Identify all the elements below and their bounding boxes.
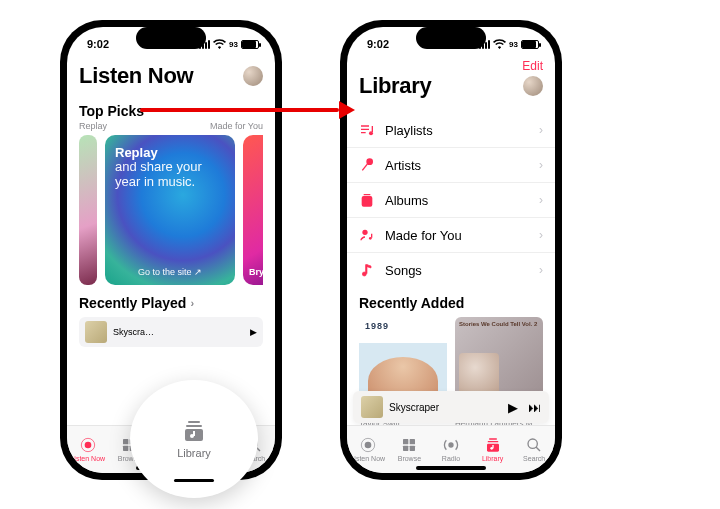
mini-player[interactable]: Skyscraper ▶ ⏭: [353, 391, 549, 423]
recently-played-item[interactable]: Skyscra… ▶: [79, 317, 263, 347]
tab-listen-now[interactable]: Listen Now: [67, 426, 109, 473]
edit-button[interactable]: Edit: [522, 59, 543, 73]
svg-rect-31: [410, 439, 415, 444]
chevron-right-icon: ›: [539, 158, 543, 172]
status-time: 9:02: [367, 38, 389, 50]
profile-avatar[interactable]: [523, 76, 543, 96]
mini-player-art: [361, 396, 383, 418]
svg-rect-39: [492, 445, 493, 448]
library-item-made-for-you[interactable]: Made for You ›: [347, 218, 555, 253]
wifi-icon: [213, 39, 226, 49]
phone-right: 9:02 93 Edit Library Playlists ›: [340, 20, 562, 480]
replay-card-body: and share your year in music.: [115, 160, 225, 190]
home-indicator[interactable]: [416, 466, 486, 470]
svg-line-41: [536, 447, 540, 451]
albums-icon: [359, 192, 375, 208]
notch: [416, 27, 486, 49]
battery-icon: [521, 40, 539, 49]
svg-point-23: [363, 230, 367, 234]
svg-rect-33: [410, 446, 415, 451]
svg-point-19: [367, 159, 372, 164]
library-item-playlists[interactable]: Playlists ›: [347, 113, 555, 148]
playlists-icon: [359, 122, 375, 138]
page-title: Library: [359, 73, 431, 99]
replay-card-cta[interactable]: Go to the site ↗: [138, 267, 202, 277]
svg-rect-32: [403, 446, 408, 451]
item-label: Artists: [385, 158, 529, 173]
svg-rect-42: [188, 421, 200, 423]
notch: [136, 27, 206, 49]
battery-pct: 93: [509, 40, 518, 49]
top-picks-carousel[interactable]: Replay and share your year in music. Go …: [79, 135, 263, 285]
chevron-right-icon: ›: [539, 193, 543, 207]
track-title: Skyscra…: [113, 327, 154, 337]
play-icon[interactable]: ▶: [508, 400, 518, 415]
svg-rect-46: [193, 431, 195, 436]
svg-rect-4: [123, 446, 128, 451]
tab-search[interactable]: Search: [513, 426, 555, 473]
library-icon: [182, 419, 206, 443]
callout-label: Library: [177, 447, 211, 459]
library-list: Playlists › Artists › Albums › Made for …: [347, 113, 555, 287]
item-label: Albums: [385, 193, 529, 208]
chevron-right-icon: ›: [539, 123, 543, 137]
recently-played-heading[interactable]: Recently Played ›: [79, 295, 263, 311]
replay-card-title: Replay: [115, 145, 225, 160]
mfy-card-caption: Bryan W: [249, 267, 263, 277]
tab-label: Library: [482, 455, 503, 462]
status-time: 9:02: [87, 38, 109, 50]
tab-label: Browse: [398, 455, 421, 462]
page-title: Listen Now: [79, 63, 193, 89]
library-item-songs[interactable]: Songs ›: [347, 253, 555, 287]
callout-library-tab: Library: [130, 380, 258, 498]
top-picks-sub-replay: Replay: [79, 121, 107, 131]
annotation-arrow: [140, 101, 355, 119]
chevron-right-icon: ›: [539, 263, 543, 277]
screen-library: 9:02 93 Edit Library Playlists ›: [347, 27, 555, 473]
profile-avatar[interactable]: [243, 66, 263, 86]
svg-rect-2: [123, 439, 128, 444]
tab-label: Search: [523, 455, 545, 462]
card-sliver-prev[interactable]: [79, 135, 97, 285]
chevron-right-icon: ›: [190, 297, 194, 309]
top-picks-sub-mfy: Made for You: [210, 121, 263, 131]
library-item-albums[interactable]: Albums ›: [347, 183, 555, 218]
wifi-icon: [493, 39, 506, 49]
track-art: [85, 321, 107, 343]
battery-icon: [241, 40, 259, 49]
svg-point-40: [528, 439, 537, 448]
svg-rect-35: [489, 438, 497, 439]
svg-rect-43: [186, 425, 202, 427]
svg-point-28: [364, 442, 371, 449]
mini-player-track: Skyscraper: [389, 402, 439, 413]
svg-point-34: [449, 443, 453, 447]
svg-rect-21: [362, 197, 371, 206]
svg-rect-30: [403, 439, 408, 444]
svg-rect-36: [487, 441, 498, 442]
recently-added-heading: Recently Added: [359, 295, 543, 311]
chevron-right-icon: ›: [539, 228, 543, 242]
tab-label: Listen Now: [70, 455, 105, 462]
svg-point-0: [84, 442, 91, 449]
microphone-icon: [359, 157, 375, 173]
library-item-artists[interactable]: Artists ›: [347, 148, 555, 183]
item-label: Songs: [385, 263, 529, 278]
tab-label: Radio: [442, 455, 460, 462]
forward-icon[interactable]: ⏭: [528, 400, 541, 415]
replay-card[interactable]: Replay and share your year in music. Go …: [105, 135, 235, 285]
item-label: Made for You: [385, 228, 529, 243]
play-icon[interactable]: ▶: [250, 327, 257, 337]
home-indicator: [174, 479, 214, 482]
tab-listen-now[interactable]: Listen Now: [347, 426, 389, 473]
tab-label: Listen Now: [350, 455, 385, 462]
item-label: Playlists: [385, 123, 529, 138]
battery-pct: 93: [229, 40, 238, 49]
person-music-icon: [359, 227, 375, 243]
recently-played-label: Recently Played: [79, 295, 186, 311]
made-for-you-card[interactable]: Bryan W: [243, 135, 263, 285]
svg-line-20: [362, 164, 367, 171]
music-note-icon: [359, 262, 375, 278]
